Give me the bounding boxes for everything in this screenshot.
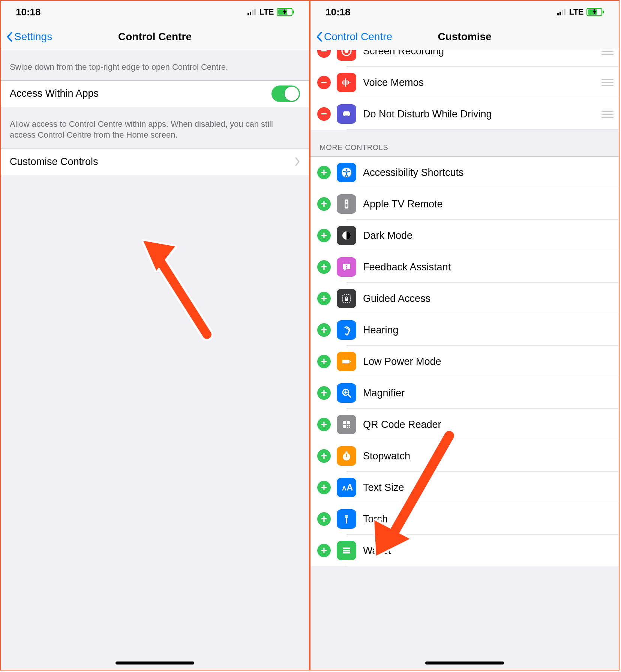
add-button[interactable]: + bbox=[317, 197, 331, 211]
lock-icon bbox=[337, 289, 356, 308]
control-label: Low Power Mode bbox=[363, 356, 614, 368]
control-row-text-size: +Text Size bbox=[310, 472, 619, 503]
torch-icon bbox=[337, 509, 356, 529]
add-button[interactable]: + bbox=[317, 449, 331, 463]
stopwatch-icon bbox=[337, 446, 356, 466]
nav-bar: Settings Control Centre bbox=[1, 23, 309, 50]
control-label: Screen Recording bbox=[363, 50, 596, 57]
reorder-grip-icon[interactable] bbox=[600, 111, 614, 118]
ear-icon bbox=[337, 320, 356, 340]
section-hint-bottom: Allow access to Control Centre within ap… bbox=[1, 107, 309, 148]
signal-icon bbox=[557, 9, 566, 15]
control-row-qr-code-reader: +QR Code Reader bbox=[310, 409, 619, 440]
control-row-guided-access: +Guided Access bbox=[310, 283, 619, 314]
control-row-apple-tv-remote: +Apple TV Remote bbox=[310, 188, 619, 220]
back-button[interactable]: Settings bbox=[4, 31, 52, 43]
page-title: Customise bbox=[438, 31, 491, 43]
carrier-label: LTE bbox=[260, 7, 274, 17]
qr-icon bbox=[337, 415, 356, 434]
remove-button[interactable]: − bbox=[317, 107, 331, 121]
control-row-do-not-disturb-driving: −Do Not Disturb While Driving bbox=[310, 98, 619, 130]
remote-icon bbox=[337, 194, 356, 214]
control-label: Magnifier bbox=[363, 387, 614, 399]
control-label: Torch bbox=[363, 513, 614, 525]
battery-icon bbox=[277, 8, 292, 16]
control-row-feedback-assistant: +Feedback Assistant bbox=[310, 251, 619, 283]
back-label: Settings bbox=[14, 31, 52, 43]
toggle-label: Access Within Apps bbox=[10, 88, 99, 99]
customise-controls-label: Customise Controls bbox=[10, 156, 98, 168]
control-label: QR Code Reader bbox=[363, 419, 614, 430]
control-row-torch: +Torch bbox=[310, 503, 619, 535]
remove-button[interactable]: − bbox=[317, 76, 331, 89]
add-button[interactable]: + bbox=[317, 166, 331, 179]
section-hint-top: Swipe down from the top-right edge to op… bbox=[1, 50, 309, 80]
control-label: Guided Access bbox=[363, 293, 614, 304]
car-icon bbox=[337, 104, 356, 124]
home-indicator bbox=[116, 662, 194, 664]
status-bar: 10:18 LTE bbox=[310, 1, 619, 23]
control-row-hearing: +Hearing bbox=[310, 314, 619, 346]
chevron-right-icon bbox=[295, 157, 300, 166]
add-button[interactable]: + bbox=[317, 229, 331, 242]
carrier-label: LTE bbox=[569, 7, 584, 17]
control-row-wallet: +Wallet bbox=[310, 535, 619, 566]
battery-icon bbox=[337, 352, 356, 371]
control-label: Apple TV Remote bbox=[363, 198, 614, 210]
control-row-low-power-mode: +Low Power Mode bbox=[310, 346, 619, 377]
control-label: Text Size bbox=[363, 482, 614, 494]
home-indicator bbox=[425, 662, 504, 664]
textsize-icon bbox=[337, 478, 356, 497]
control-label: Hearing bbox=[363, 324, 614, 336]
accessibility-icon bbox=[337, 163, 356, 182]
control-row-voice-memos: −Voice Memos bbox=[310, 67, 619, 98]
magnifier-icon bbox=[337, 383, 356, 403]
page-title: Control Centre bbox=[118, 31, 192, 43]
control-row-stopwatch: +Stopwatch bbox=[310, 440, 619, 472]
back-button[interactable]: Control Centre bbox=[314, 31, 392, 43]
add-button[interactable]: + bbox=[317, 544, 331, 557]
screenshot-left: 10:18 LTE Settings Control Centre Swipe … bbox=[0, 0, 310, 670]
control-label: Do Not Disturb While Driving bbox=[363, 108, 596, 120]
add-button[interactable]: + bbox=[317, 292, 331, 305]
control-row-screen-recording: −Screen Recording bbox=[310, 50, 619, 67]
status-bar: 10:18 LTE bbox=[1, 1, 309, 23]
control-row-accessibility-shortcuts: +Accessibility Shortcuts bbox=[310, 157, 619, 188]
add-button[interactable]: + bbox=[317, 260, 331, 274]
wallet-icon bbox=[337, 541, 356, 560]
control-label: Voice Memos bbox=[363, 77, 596, 88]
feedback-icon bbox=[337, 257, 356, 277]
nav-bar: Control Centre Customise bbox=[310, 23, 619, 50]
add-button[interactable]: + bbox=[317, 355, 331, 368]
access-within-apps-toggle[interactable] bbox=[272, 86, 300, 102]
add-button[interactable]: + bbox=[317, 386, 331, 400]
reorder-grip-icon[interactable] bbox=[600, 50, 614, 55]
add-button[interactable]: + bbox=[317, 418, 331, 431]
reorder-grip-icon[interactable] bbox=[600, 79, 614, 86]
status-time: 10:18 bbox=[326, 6, 351, 18]
status-time: 10:18 bbox=[16, 6, 41, 18]
control-label: Feedback Assistant bbox=[363, 261, 614, 273]
chevron-left-icon bbox=[6, 31, 13, 42]
customise-controls-cell[interactable]: Customise Controls bbox=[1, 148, 309, 175]
record-icon bbox=[337, 50, 356, 61]
add-button[interactable]: + bbox=[317, 512, 331, 526]
signal-icon bbox=[248, 9, 256, 15]
darkmode-icon bbox=[337, 226, 356, 245]
add-button[interactable]: + bbox=[317, 323, 331, 337]
remove-button[interactable]: − bbox=[317, 50, 331, 58]
control-row-dark-mode: +Dark Mode bbox=[310, 220, 619, 251]
back-label: Control Centre bbox=[324, 31, 392, 43]
control-label: Wallet bbox=[363, 545, 614, 556]
waveform-icon bbox=[337, 73, 356, 92]
add-button[interactable]: + bbox=[317, 481, 331, 494]
battery-icon bbox=[586, 8, 602, 16]
control-label: Accessibility Shortcuts bbox=[363, 167, 614, 178]
chevron-left-icon bbox=[316, 31, 322, 42]
control-label: Dark Mode bbox=[363, 230, 614, 242]
control-label: Stopwatch bbox=[363, 450, 614, 462]
screenshot-right: 10:18 LTE Control Centre Customise −Scre… bbox=[310, 0, 620, 670]
control-row-magnifier: +Magnifier bbox=[310, 377, 619, 409]
section-more-controls: MORE CONTROLS bbox=[310, 130, 619, 156]
access-within-apps-cell: Access Within Apps bbox=[1, 81, 309, 107]
